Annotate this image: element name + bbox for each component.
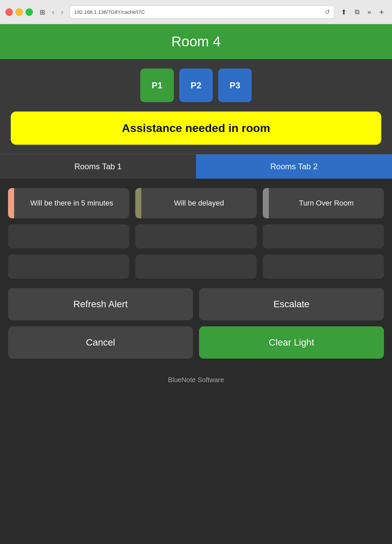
action-will-be-delayed[interactable]: Will be delayed <box>135 188 256 218</box>
alert-section: Assistance needed in room <box>0 111 392 154</box>
action-turn-over-room[interactable]: Turn Over Room <box>263 188 384 218</box>
action-empty-4[interactable] <box>8 224 129 248</box>
page-title: Room 4 <box>171 34 220 49</box>
patient-button-p1[interactable]: P1 <box>140 69 174 102</box>
patient-section: P1 P2 P3 <box>0 59 392 111</box>
tabs-section: Rooms Tab 1 Rooms Tab 2 <box>0 154 392 179</box>
address-bar[interactable]: 192.168.1.136/7G8Y/cache/I7C ↺ <box>70 6 334 18</box>
accent-bar-1 <box>8 188 14 218</box>
patient-button-p2[interactable]: P2 <box>179 69 213 102</box>
accent-bar-3 <box>263 188 269 218</box>
action-label-2: Will be delayed <box>141 193 256 214</box>
escalate-button[interactable]: Escalate <box>199 288 384 320</box>
alert-text: Assistance needed in room <box>122 122 270 134</box>
forward-button[interactable]: › <box>58 7 66 17</box>
action-empty-6[interactable] <box>263 224 384 248</box>
action-label-1: Will be there in 5 minutes <box>14 193 129 214</box>
minimize-button[interactable] <box>15 8 23 16</box>
back-button[interactable]: ‹ <box>49 7 57 17</box>
sidebar-toggle-button[interactable]: ⊞ <box>37 7 48 17</box>
app-footer: BlueNote Software <box>0 367 392 397</box>
share-button[interactable]: ⬆ <box>338 7 349 17</box>
alert-banner: Assistance needed in room <box>11 111 381 145</box>
tab-rooms-2[interactable]: Rooms Tab 2 <box>196 154 392 179</box>
action-empty-8[interactable] <box>135 255 256 279</box>
action-will-be-there[interactable]: Will be there in 5 minutes <box>8 188 129 218</box>
address-text: 192.168.1.136/7G8Y/cache/I7C <box>74 9 322 15</box>
bottom-buttons-section: Refresh Alert Escalate Cancel Clear Ligh… <box>0 288 392 367</box>
action-empty-9[interactable] <box>263 255 384 279</box>
footer-text: BlueNote Software <box>168 376 224 383</box>
browser-actions: ⬆ ⧉ » + <box>338 6 387 18</box>
action-label-3: Turn Over Room <box>269 193 384 214</box>
action-buttons-grid: Will be there in 5 minutes Will be delay… <box>0 179 392 288</box>
tab-overview-button[interactable]: ⧉ <box>352 7 362 17</box>
app-content: Room 4 P1 P2 P3 Assistance needed in roo… <box>0 24 392 544</box>
action-empty-5[interactable] <box>135 224 256 248</box>
nav-buttons: ⊞ ‹ › <box>37 7 66 17</box>
tab-rooms-1[interactable]: Rooms Tab 1 <box>0 154 196 179</box>
app-header: Room 4 <box>0 24 392 59</box>
accent-bar-2 <box>135 188 141 218</box>
browser-chrome: ⊞ ‹ › 192.168.1.136/7G8Y/cache/I7C ↺ ⬆ ⧉… <box>0 0 392 24</box>
clear-light-button[interactable]: Clear Light <box>199 326 384 359</box>
patient-button-p3[interactable]: P3 <box>218 69 252 102</box>
new-tab-button[interactable]: + <box>377 6 387 18</box>
action-empty-7[interactable] <box>8 255 129 279</box>
maximize-button[interactable] <box>26 8 33 16</box>
refresh-alert-button[interactable]: Refresh Alert <box>8 288 193 320</box>
extensions-button[interactable]: » <box>365 7 374 17</box>
reload-button[interactable]: ↺ <box>325 8 330 16</box>
traffic-lights <box>5 8 33 16</box>
cancel-button[interactable]: Cancel <box>8 326 193 359</box>
close-button[interactable] <box>5 8 13 16</box>
